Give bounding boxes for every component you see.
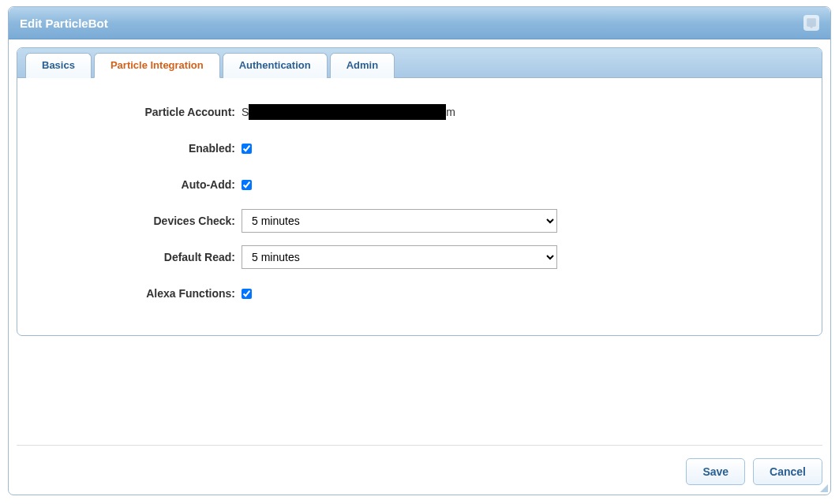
cancel-button[interactable]: Cancel <box>753 458 822 485</box>
chat-icon[interactable] <box>803 15 819 31</box>
tab-panel: Basics Particle Integration Authenticati… <box>17 47 822 336</box>
tab-admin[interactable]: Admin <box>330 53 395 78</box>
select-devices-check[interactable]: 5 minutes <box>242 209 557 233</box>
label-alexa-functions: Alexa Functions: <box>36 287 242 300</box>
row-particle-account: Particle Account: S m <box>36 94 803 130</box>
row-devices-check: Devices Check: 5 minutes <box>36 203 803 239</box>
dialog-title: Edit ParticleBot <box>20 17 108 30</box>
edit-dialog: Edit ParticleBot Basics Particle Integra… <box>8 6 831 495</box>
dialog-body: Basics Particle Integration Authenticati… <box>9 39 830 336</box>
tab-bar: Basics Particle Integration Authenticati… <box>17 48 822 78</box>
account-prefix: S <box>242 106 249 118</box>
checkbox-auto-add[interactable] <box>242 180 252 190</box>
resize-handle-icon[interactable] <box>820 484 828 492</box>
row-default-read: Default Read: 5 minutes <box>36 239 803 275</box>
row-alexa-functions: Alexa Functions: <box>36 275 803 312</box>
checkbox-alexa-functions[interactable] <box>242 289 252 299</box>
title-bar: Edit ParticleBot <box>9 7 830 39</box>
form-area: Particle Account: S m Enabled: Auto-Add: <box>17 78 822 335</box>
checkbox-enabled[interactable] <box>242 144 252 154</box>
tab-particle-integration[interactable]: Particle Integration <box>94 53 220 78</box>
row-enabled: Enabled: <box>36 130 803 166</box>
label-devices-check: Devices Check: <box>36 215 242 227</box>
label-enabled: Enabled: <box>36 142 242 155</box>
select-default-read[interactable]: 5 minutes <box>242 245 557 269</box>
account-suffix: m <box>446 106 455 118</box>
row-auto-add: Auto-Add: <box>36 166 803 203</box>
label-auto-add: Auto-Add: <box>36 178 242 191</box>
redacted-account <box>249 104 446 120</box>
tab-basics[interactable]: Basics <box>25 53 92 78</box>
label-particle-account: Particle Account: <box>36 106 242 118</box>
value-particle-account: S m <box>242 104 803 120</box>
dialog-footer: Save Cancel <box>17 445 822 485</box>
tab-authentication[interactable]: Authentication <box>223 53 328 78</box>
save-button[interactable]: Save <box>686 458 745 485</box>
label-default-read: Default Read: <box>36 251 242 263</box>
